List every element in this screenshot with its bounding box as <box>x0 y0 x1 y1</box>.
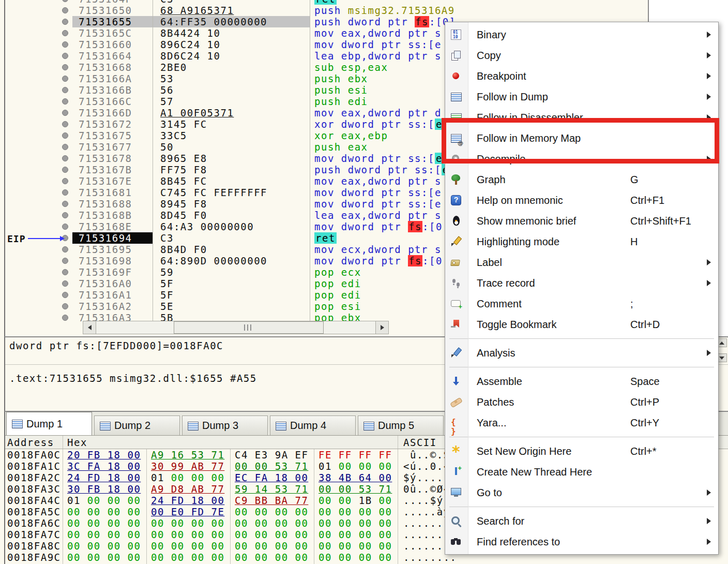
breakpoint-dot[interactable] <box>62 292 68 298</box>
breakpoint-gutter <box>5 5 72 16</box>
menu-item-label: Create New Thread Here <box>477 466 592 478</box>
yara-icon <box>450 417 462 429</box>
instruction-token: pop ecx <box>314 266 361 278</box>
menu-item-label[interactable]: Label <box>445 252 718 273</box>
instruction-bytes: C3 <box>153 232 310 244</box>
breakpoint-dot[interactable] <box>62 246 68 253</box>
breakpoint-icon <box>450 70 462 82</box>
menu-item-assemble[interactable]: AssembleSpace <box>445 371 718 392</box>
scroll-right-button[interactable] <box>375 321 388 334</box>
hex-byte: 00 <box>295 529 309 540</box>
hex-byte: 00 <box>87 529 101 540</box>
hex-group: 00 00 00 00 <box>314 552 398 563</box>
instruction-text: mov dword ptr fs:[0 <box>310 255 443 266</box>
breakpoint-dot[interactable] <box>62 258 68 264</box>
menu-item-decompile[interactable]: Decompile <box>445 149 718 169</box>
hex-byte: 00 <box>151 517 164 529</box>
instruction-bytes: 5F <box>153 278 310 289</box>
assemble-icon <box>450 375 462 388</box>
breakpoint-dot[interactable] <box>62 121 68 127</box>
menu-item-trace-record[interactable]: Trace record <box>445 273 718 293</box>
disasm-row[interactable]: 7153165068 A9165371push msimg32.715316A9 <box>5 5 648 16</box>
breakpoint-dot[interactable] <box>62 189 68 196</box>
disasm-row[interactable]: 7153164FC3ret <box>5 0 648 5</box>
instruction-token: mov eax,dword ptr s <box>314 27 442 39</box>
menu-item-graph[interactable]: GraphG <box>445 169 718 190</box>
breakpoint-dot[interactable] <box>62 0 68 2</box>
breakpoint-dot[interactable] <box>62 87 68 93</box>
menu-item-binary[interactable]: Binary <box>445 24 718 45</box>
breakpoint-dot[interactable] <box>62 53 68 59</box>
breakpoint-dot[interactable] <box>62 224 68 230</box>
instruction-token: push esi <box>314 84 368 96</box>
menu-item-comment[interactable]: Comment; <box>445 293 718 314</box>
scrollbar-track[interactable] <box>96 321 375 334</box>
dump-address: 0018FA6C <box>5 517 63 529</box>
menu-item-go-to[interactable]: Go to <box>445 482 718 503</box>
menu-item-patches[interactable]: PatchesCtrl+P <box>445 392 718 412</box>
menu-item-highlighting-mode[interactable]: Highlighting modeH <box>445 231 718 252</box>
breakpoint-dot[interactable] <box>62 167 68 173</box>
menu-item-create-new-thread-here[interactable]: Create New Thread Here <box>445 462 718 482</box>
hex-byte: EF <box>295 449 309 461</box>
menu-item-toggle-bookmark[interactable]: Toggle BookmarkCtrl+D <box>445 314 718 335</box>
breakpoint-dot[interactable] <box>62 64 68 70</box>
breakpoint-dot[interactable] <box>62 30 68 36</box>
breakpoint-gutter <box>5 39 72 50</box>
breakpoint-dot[interactable] <box>62 110 68 116</box>
breakpoint-dot[interactable] <box>62 212 68 218</box>
hex-group: 00 00 00 00 <box>231 517 314 529</box>
hex-group: A9 16 53 71 <box>147 449 231 461</box>
menu-item-shortcut: Ctrl+P <box>630 396 659 408</box>
analysis-icon <box>450 347 462 359</box>
menu-item-follow-in-memory-map[interactable]: Follow in Memory Map <box>445 128 718 149</box>
menu-item-copy[interactable]: Copy <box>445 45 718 66</box>
menu-item-search-for[interactable]: Search for <box>445 511 718 531</box>
breakpoint-dot[interactable] <box>62 132 68 139</box>
tab-dump-5[interactable]: Dump 5 <box>358 415 444 435</box>
breakpoint-dot[interactable] <box>62 41 68 48</box>
menu-item-analysis[interactable]: Analysis <box>445 343 718 363</box>
disassembly-horizontal-scrollbar[interactable] <box>83 321 389 334</box>
breakpoint-dot[interactable] <box>62 98 68 105</box>
menu-item-label: Follow in Disassembler <box>477 112 583 124</box>
tab-dump-1[interactable]: Dump 1 <box>6 412 92 435</box>
hex-byte: 00 <box>339 552 352 563</box>
breakpoint-dot[interactable] <box>62 7 68 13</box>
menu-item-set-new-origin-here[interactable]: Set New Origin HereCtrl+* <box>445 441 718 462</box>
breakpoint-dot[interactable] <box>62 303 68 309</box>
instruction-bytes: 57 <box>153 96 310 107</box>
eip-marker: EIP <box>7 233 65 244</box>
breakpoint-dot[interactable] <box>62 201 68 207</box>
scrollbar-thumb[interactable] <box>174 321 324 334</box>
menu-item-yara[interactable]: Yara...Ctrl+Y <box>445 412 718 433</box>
menu-item-shortcut: Ctrl+F1 <box>630 195 664 206</box>
breakpoint-dot[interactable] <box>62 280 68 287</box>
breakpoint-dot[interactable] <box>62 269 68 275</box>
breakpoint-dot[interactable] <box>62 19 68 25</box>
breakpoint-dot[interactable] <box>62 315 68 321</box>
hex-group: 00 00 53 71 <box>231 461 314 472</box>
trace-icon <box>450 277 462 289</box>
menu-item-help-on-mnemonic[interactable]: Help on mnemonicCtrl+F1 <box>445 190 718 211</box>
tab-dump-4[interactable]: Dump 4 <box>270 415 356 435</box>
breakpoint-dot[interactable] <box>62 76 68 82</box>
breakpoint-dot[interactable] <box>62 178 68 184</box>
breakpoint-dot[interactable] <box>62 144 68 150</box>
menu-item-shortcut: Ctrl+* <box>630 446 657 457</box>
instruction-address: 71531650 <box>72 5 153 16</box>
tab-dump-2[interactable]: Dump 2 <box>94 415 180 435</box>
dump-address: 0018FA7C <box>5 529 63 540</box>
menu-item-breakpoint[interactable]: Breakpoint <box>445 66 718 86</box>
dump-tab-icon <box>99 420 111 432</box>
menu-item-follow-in-dump[interactable]: Follow in Dump <box>445 86 718 107</box>
scroll-left-button[interactable] <box>83 321 96 334</box>
menu-item-show-mnemonic-brief[interactable]: Show mnemonic briefCtrl+Shift+F1 <box>445 211 718 231</box>
copy-icon <box>450 49 462 62</box>
breakpoint-dot[interactable] <box>62 155 68 161</box>
help-icon <box>450 194 462 206</box>
tab-dump-3[interactable]: Dump 3 <box>182 415 268 435</box>
hex-byte: 00 <box>275 506 289 517</box>
menu-item-follow-in-disassembler[interactable]: Follow in Disassembler <box>445 107 718 128</box>
menu-item-find-references-to[interactable]: Find references to <box>445 531 718 552</box>
